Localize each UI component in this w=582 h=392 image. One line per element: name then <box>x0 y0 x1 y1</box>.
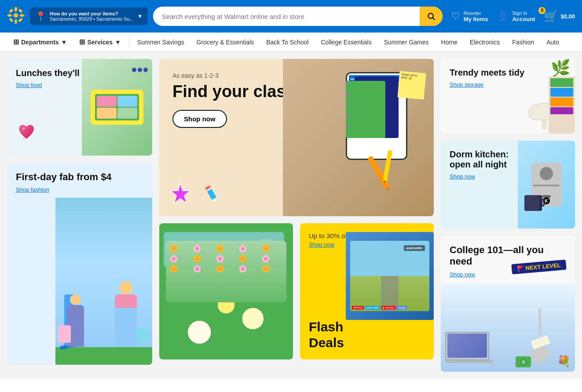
departments-chevron: ▼ <box>61 39 67 46</box>
pencil-sticker <box>201 184 221 205</box>
heart-sticker <box>16 122 37 147</box>
nav-item-back-to-school[interactable]: Back To School <box>260 33 315 51</box>
plant-decoration: 🌿 <box>551 59 571 77</box>
bedding-card: Bedding that's so your vibe Shop now 🌼 🌸… <box>159 223 293 359</box>
chevron-down-icon: ▼ <box>137 13 143 19</box>
header: 📍 How do you want your items? Sacramento… <box>0 0 582 33</box>
left-column: Lunches they'll love Shop food <box>7 59 152 372</box>
nav-item-electronics[interactable]: Electronics <box>464 33 506 51</box>
signin-button[interactable]: 👤 Sign In Account <box>497 11 535 22</box>
walmart-logo <box>7 7 25 26</box>
cart-icon: 🛒 <box>544 10 558 23</box>
college-link[interactable]: Shop now <box>450 271 566 278</box>
lunches-image <box>82 59 152 156</box>
user-icon: 👤 <box>497 11 509 22</box>
location-button[interactable]: 📍 How do you want your items? Sacramento… <box>30 7 148 25</box>
hero-card: As easy as 1-2-3 Find your class supply … <box>159 59 434 216</box>
fashion-title: First-day fab from $4 <box>16 171 143 183</box>
main-content: Lunches they'll love Shop food <box>0 52 582 379</box>
svg-point-8 <box>14 13 18 18</box>
departments-menu[interactable]: ⊞ Departments ▼ <box>7 33 73 51</box>
cart-price: $0.00 <box>560 13 575 20</box>
signin-line1: Sign In <box>512 11 535 16</box>
search-input[interactable] <box>153 7 420 26</box>
hero-shop-button[interactable]: Shop now <box>172 110 227 128</box>
departments-label: Departments <box>21 39 59 46</box>
cart-badge: 0 <box>538 7 545 14</box>
fashion-image <box>55 198 152 365</box>
cart-button[interactable]: 🛒 0 $0.00 <box>544 10 575 23</box>
apps-icon: ⊞ <box>79 38 85 46</box>
flash-tv-image: androidtv NETFLIX prime video ▶ YouTube … <box>346 232 434 320</box>
nav-item-grocery[interactable]: Grocery & Essentials <box>190 33 260 51</box>
flash-title: FlashDeals <box>309 319 344 351</box>
flash-deals-card: Up to 30% off Shop now androidtv NETFLIX… <box>300 223 434 359</box>
center-column: As easy as 1-2-3 Find your class supply … <box>159 59 434 372</box>
svg-point-1 <box>15 19 17 24</box>
college-image: 💐 <box>441 284 575 372</box>
star-sticker <box>168 181 193 207</box>
services-chevron: ▼ <box>115 39 121 46</box>
location-detail: Sacramento, 95829 • Sacramento Su... <box>50 16 134 22</box>
reorder-line2: My Items <box>464 16 488 22</box>
nav-item-auto[interactable]: Auto <box>540 33 565 51</box>
reorder-button[interactable]: ♡ Reorder My Items <box>451 11 488 22</box>
svg-point-7 <box>9 18 14 22</box>
nav-item-home[interactable]: Home <box>435 33 464 51</box>
center-bottom-row: Bedding that's so your vibe Shop now 🌼 🌸… <box>159 223 434 359</box>
search-button[interactable] <box>420 7 443 26</box>
fashion-card: First-day fab from $4 Shop fashion <box>7 163 152 365</box>
svg-point-4 <box>9 8 14 13</box>
signin-line2: Account <box>512 16 535 22</box>
college-card: College 101—all you need Shop now 🚩 NEXT… <box>441 236 575 372</box>
nav-item-college[interactable]: College Essentials <box>315 33 377 51</box>
svg-point-0 <box>15 7 17 12</box>
trendy-card: 🌿 Trendy meets tidy Shop storage <box>441 59 575 134</box>
svg-point-9 <box>428 13 433 18</box>
nav-item-summer-games[interactable]: Summer Games <box>378 33 435 51</box>
dorm-image: K <box>518 141 575 229</box>
heart-icon: ♡ <box>451 11 460 22</box>
reorder-line1: Reorder <box>464 11 488 16</box>
svg-point-6 <box>18 8 23 13</box>
lunches-card: Lunches they'll love Shop food <box>7 59 152 156</box>
fashion-link[interactable]: Shop fashion <box>16 186 143 193</box>
svg-point-3 <box>20 14 25 17</box>
nav-divider <box>129 37 129 47</box>
header-actions: ♡ Reorder My Items 👤 Sign In Account 🛒 0… <box>451 10 575 23</box>
svg-point-2 <box>7 14 12 17</box>
services-menu[interactable]: ⊞ Services ▼ <box>73 33 127 51</box>
grid-icon: ⊞ <box>13 38 19 46</box>
nav-item-fashion[interactable]: Fashion <box>506 33 540 51</box>
search-bar <box>153 7 443 26</box>
content-grid: Lunches they'll love Shop food <box>7 59 575 372</box>
bedding-image: 🌼 🌸 🌼 🌸 🌼 🌸 🌼 🌸 🌼 🌸 🌼 <box>159 223 293 359</box>
svg-point-5 <box>18 18 23 22</box>
location-question: How do you want your items? <box>50 11 134 16</box>
navigation-bar: ⊞ Departments ▼ ⊞ Services ▼ Summer Savi… <box>0 33 582 52</box>
svg-line-10 <box>433 18 435 20</box>
trendy-image <box>513 76 575 134</box>
location-icon: 📍 <box>35 11 46 22</box>
svg-marker-11 <box>171 183 190 203</box>
services-label: Services <box>87 39 113 46</box>
dorm-card: Dorm kitchen: open all night Shop now K <box>441 141 575 229</box>
right-column: 🌿 Trendy meets tidy Shop storage <box>441 59 575 372</box>
hero-image: Walmart ✦ Back to school Walmart's schoo… <box>283 59 434 216</box>
android-tv-label: androidtv <box>404 245 425 251</box>
nav-item-summer-savings[interactable]: Summer Savings <box>131 33 190 51</box>
